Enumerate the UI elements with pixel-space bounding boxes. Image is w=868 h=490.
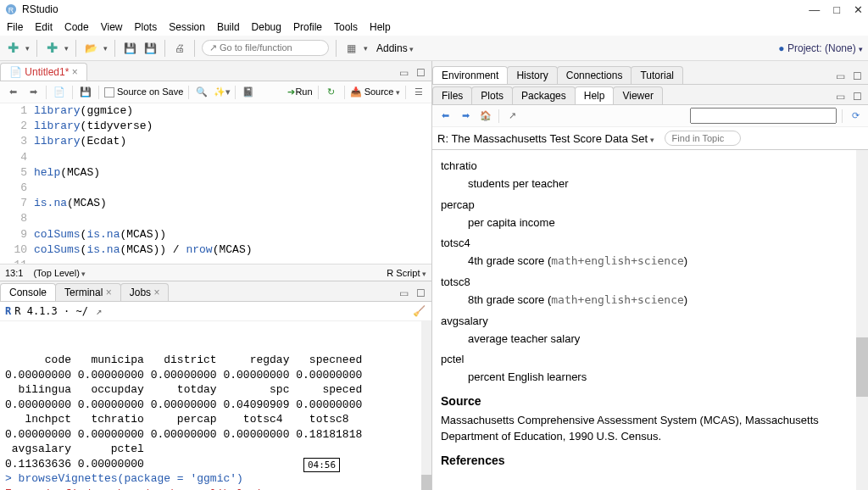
find-icon[interactable]: 🔍 [194, 85, 209, 100]
minimize-pane-icon[interactable]: ▭ [832, 69, 848, 84]
back-icon[interactable]: ⬅ [5, 85, 20, 100]
help-term: pctel [441, 352, 860, 368]
open-file-icon[interactable]: 📂 [83, 41, 98, 56]
run-button[interactable]: ➔Run [287, 86, 312, 97]
tab-terminal[interactable]: Terminal × [55, 283, 121, 301]
clear-console-icon[interactable]: 🧹 [411, 303, 426, 319]
forward-icon[interactable]: ➡ [458, 109, 473, 124]
help-topic-header: R: The Massachusetts Test Score Data Set [432, 127, 868, 150]
menu-help[interactable]: Help [370, 21, 391, 33]
menu-edit[interactable]: Edit [35, 21, 53, 33]
main-toolbar: ✚▾ ✚▾ 📂▾ 💾 💾 🖨 ↗ Go to file/function ▦▾ … [0, 36, 868, 61]
source-tab-untitled[interactable]: 📄 Untitled1* × [0, 63, 87, 81]
scope-selector[interactable]: (Top Level) [33, 268, 86, 278]
close-button[interactable]: ✕ [854, 3, 863, 16]
source-statusbar: 13:1 (Top Level) R Script [0, 264, 431, 281]
minimize-pane-icon[interactable]: ▭ [396, 65, 411, 81]
print-icon[interactable]: 🖨 [172, 41, 187, 56]
tab-viewer[interactable]: Viewer [613, 86, 662, 104]
rerun-icon[interactable]: ↻ [324, 85, 339, 100]
source-toolbar: ⬅ ➡ 📄 💾 Source on Save 🔍 ✨▾ 📓 ➔Run ↻ [0, 81, 431, 103]
tab-console[interactable]: Console [0, 283, 56, 301]
tab-history[interactable]: History [507, 66, 557, 84]
console-tabs: Console Terminal × Jobs × ▭ ☐ [0, 281, 431, 302]
popout-icon[interactable]: ↗ [92, 303, 107, 319]
help-desc: per capita income [468, 215, 860, 231]
help-desc: average teacher salary [468, 331, 860, 348]
close-tab-icon[interactable]: × [72, 66, 78, 78]
forward-icon[interactable]: ➡ [25, 85, 41, 100]
tab-jobs[interactable]: Jobs × [120, 283, 170, 301]
home-icon[interactable]: 🏠 [478, 109, 493, 124]
menu-tools[interactable]: Tools [334, 21, 358, 33]
tab-tutorial[interactable]: Tutorial [631, 66, 683, 84]
menu-debug[interactable]: Debug [252, 21, 281, 33]
popout-icon[interactable]: ↗ [504, 109, 520, 124]
menu-code[interactable]: Code [64, 21, 89, 33]
minimize-button[interactable]: — [809, 3, 820, 16]
menu-view[interactable]: View [101, 21, 123, 33]
tab-plots[interactable]: Plots [471, 86, 513, 104]
tab-help[interactable]: Help [575, 86, 615, 104]
menu-build[interactable]: Build [217, 21, 240, 33]
console-label: R R 4.1.3 · ~/ ↗ 🧹 [0, 302, 431, 321]
help-scrollbar[interactable] [856, 150, 868, 490]
compile-icon[interactable]: 📓 [241, 85, 256, 100]
maximize-pane-icon[interactable]: ☐ [849, 69, 865, 84]
help-term: totsc4 [441, 236, 860, 252]
goto-file-function-input[interactable]: ↗ Go to file/function [202, 40, 329, 56]
source-text: Massachusetts Comprehensive Assessment S… [441, 413, 860, 445]
source-tabs: 📄 Untitled1* × ▭ ☐ [0, 61, 431, 81]
source-editor[interactable]: 1library(ggmice)2library(tidyverse)3libr… [0, 103, 431, 264]
show-icon[interactable]: 📄 [52, 85, 67, 100]
env-tabs: Environment History Connections Tutorial… [432, 61, 868, 85]
help-nav-toolbar: ⬅ ➡ 🏠 ↗ ⟳ [432, 105, 868, 127]
maximize-pane-icon[interactable]: ☐ [413, 65, 428, 81]
tab-files[interactable]: Files [432, 86, 472, 104]
minimize-pane-icon[interactable]: ▭ [396, 286, 411, 301]
maximize-pane-icon[interactable]: ☐ [413, 286, 428, 301]
new-project-icon[interactable]: ✚ [44, 41, 59, 56]
source-on-save-label: Source on Save [117, 86, 183, 97]
r-logo-icon: R [5, 305, 11, 317]
maximize-button[interactable]: □ [833, 3, 840, 16]
menu-session[interactable]: Session [169, 21, 205, 33]
minimize-pane-icon[interactable]: ▭ [832, 89, 848, 104]
tab-environment[interactable]: Environment [432, 66, 508, 84]
help-desc: 4th grade score (math+english+science) [468, 253, 860, 270]
back-icon[interactable]: ⬅ [437, 109, 453, 124]
help-content[interactable]: tchratiostudents per teacherpercapper ca… [432, 150, 868, 490]
help-title[interactable]: R: The Massachusetts Test Score Data Set [437, 132, 654, 145]
save-icon[interactable]: 💾 [122, 41, 137, 56]
source-button[interactable]: 📥 Source [350, 86, 400, 97]
titlebar: R RStudio — □ ✕ [0, 0, 868, 19]
find-in-topic-input[interactable] [665, 131, 741, 146]
save-all-icon[interactable]: 💾 [142, 41, 158, 56]
menu-profile[interactable]: Profile [293, 21, 322, 33]
outline-icon[interactable]: ☰ [411, 85, 426, 100]
timestamp-overlay: 04:56 [303, 458, 340, 472]
maximize-pane-icon[interactable]: ☐ [849, 89, 865, 104]
console-output[interactable]: code municipa district regday specneed0.… [0, 321, 431, 490]
addins-menu[interactable]: Addins [376, 42, 414, 54]
help-term: tchratio [441, 159, 860, 175]
cursor-position: 13:1 [5, 268, 23, 278]
tab-connections[interactable]: Connections [557, 66, 632, 84]
project-menu[interactable]: ● Project: (None) ▾ [778, 42, 863, 54]
refresh-icon[interactable]: ⟳ [848, 109, 863, 124]
new-file-icon[interactable]: ✚ [5, 41, 20, 56]
save-icon[interactable]: 💾 [78, 85, 93, 100]
help-desc: percent English learners [468, 370, 860, 386]
source-on-save-checkbox[interactable] [104, 87, 114, 97]
help-desc: 8th grade score (math+english+science) [468, 292, 860, 309]
wand-icon[interactable]: ✨▾ [214, 85, 230, 100]
tab-packages[interactable]: Packages [512, 86, 576, 104]
svg-text:R: R [8, 6, 14, 14]
help-search-input[interactable] [690, 108, 837, 124]
console-scrollbar[interactable] [421, 321, 431, 490]
menu-plots[interactable]: Plots [135, 21, 158, 33]
grid-icon[interactable]: ▦ [343, 41, 359, 56]
language-selector[interactable]: R Script [387, 268, 426, 278]
menu-file[interactable]: File [7, 21, 23, 33]
app-title: RStudio [22, 3, 58, 15]
